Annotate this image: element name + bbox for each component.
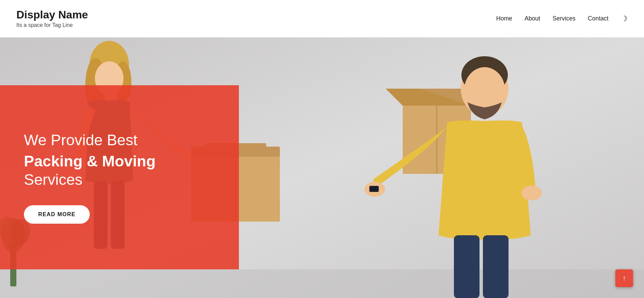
brand-name: Display Name: [16, 9, 88, 21]
svg-rect-24: [483, 235, 509, 298]
scroll-to-top-button[interactable]: ↑: [615, 269, 633, 287]
hero-line2: Packing & Moving: [24, 152, 215, 170]
svg-rect-23: [454, 235, 480, 298]
nav-services[interactable]: Services: [553, 15, 575, 22]
svg-rect-2: [0, 269, 644, 298]
hero-text-block: We Provide Best Packing & Moving Service…: [24, 131, 215, 205]
hero-line1: We Provide Best: [24, 131, 215, 149]
tagline: Its a space for Tag Line: [16, 22, 88, 28]
read-more-button[interactable]: READ MORE: [24, 205, 90, 224]
scroll-top-icon: ↑: [622, 274, 626, 283]
svg-rect-26: [370, 187, 378, 191]
dark-mode-toggle-icon[interactable]: ☽: [621, 14, 628, 23]
main-nav: Home About Services Contact ☽: [496, 14, 628, 23]
hero-content-panel: We Provide Best Packing & Moving Service…: [0, 85, 239, 269]
svg-point-22: [521, 185, 542, 200]
hero-section: We Provide Best Packing & Moving Service…: [0, 38, 644, 298]
site-header: Display Name Its a space for Tag Line Ho…: [0, 0, 644, 38]
nav-contact[interactable]: Contact: [588, 15, 609, 22]
logo-area: Display Name Its a space for Tag Line: [16, 9, 88, 28]
nav-about[interactable]: About: [525, 15, 540, 22]
nav-home[interactable]: Home: [496, 15, 512, 22]
hero-line3: Services: [24, 170, 215, 189]
